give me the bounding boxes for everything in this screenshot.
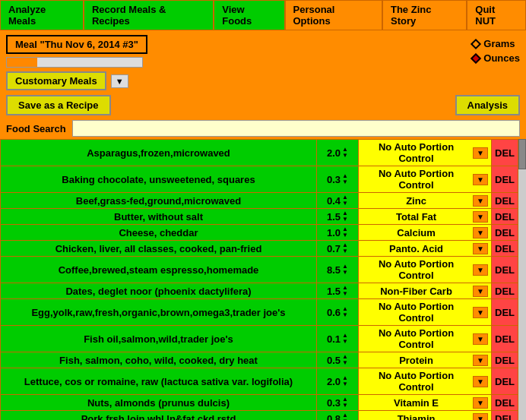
delete-button[interactable]: DEL xyxy=(492,166,518,193)
portion-control-dropdown[interactable]: No Auto Portion Control ▼ xyxy=(359,140,492,166)
portion-control-dropdown[interactable]: No Auto Portion Control ▼ xyxy=(359,166,492,193)
food-quantity[interactable]: 0.1 ▲ ▼ xyxy=(317,326,359,352)
food-quantity[interactable]: 0.3 ▲ ▼ xyxy=(317,166,359,193)
delete-button[interactable]: DEL xyxy=(492,257,518,283)
food-name: Chicken, liver, all classes, cooked, pan… xyxy=(1,241,317,257)
portion-control-dropdown[interactable]: Panto. Acid ▼ xyxy=(359,241,492,257)
control-dropdown-arrow[interactable]: ▼ xyxy=(473,174,488,185)
grams-option[interactable]: Grams xyxy=(472,38,520,49)
food-quantity[interactable]: 1.5 ▲ ▼ xyxy=(317,283,359,299)
ounces-option[interactable]: Ounces xyxy=(472,52,520,64)
table-row: Dates, deglet noor (phoenix dactylifera)… xyxy=(1,283,518,299)
table-row: Beef,grass-fed,ground,microwaved 0.4 ▲ ▼… xyxy=(1,193,518,209)
food-search-label: Food Search xyxy=(6,123,66,134)
control-dropdown-arrow[interactable]: ▼ xyxy=(473,333,488,345)
food-name: Beef,grass-fed,ground,microwaved xyxy=(1,193,317,209)
food-name: Cheese, cheddar xyxy=(1,225,317,241)
customary-meals-button[interactable]: Customary Meals xyxy=(6,71,106,90)
delete-button[interactable]: DEL xyxy=(492,352,518,368)
food-name: Baking chocolate, unsweetened, squares xyxy=(1,166,317,193)
food-name: Egg,yolk,raw,fresh,organic,brown,omega3,… xyxy=(1,299,317,326)
food-name: Coffee,brewed,steam espresso,homemade xyxy=(1,257,317,283)
food-quantity[interactable]: 0.3 ▲ ▼ xyxy=(317,395,359,411)
control-dropdown-arrow[interactable]: ▼ xyxy=(473,413,488,421)
delete-button[interactable]: DEL xyxy=(492,326,518,352)
table-row: Cheese, cheddar 1.0 ▲ ▼ Calcium ▼ DEL xyxy=(1,225,518,241)
scrollbar-thumb[interactable] xyxy=(518,139,526,169)
portion-control-dropdown[interactable]: Thiamin ▼ xyxy=(359,411,492,421)
grams-diamond-icon xyxy=(471,38,481,49)
food-quantity[interactable]: 0.6 ▲ ▼ xyxy=(317,299,359,326)
tab-quit-nut[interactable]: Quit NUT xyxy=(467,0,526,30)
portion-control-dropdown[interactable]: Vitamin E ▼ xyxy=(359,395,492,411)
tab-personal-options[interactable]: Personal Options xyxy=(285,0,382,30)
grams-label: Grams xyxy=(483,38,515,49)
food-quantity[interactable]: 8.5 ▲ ▼ xyxy=(317,257,359,283)
tab-zinc-story[interactable]: The Zinc Story xyxy=(382,0,467,30)
delete-button[interactable]: DEL xyxy=(492,225,518,241)
control-dropdown-arrow[interactable]: ▼ xyxy=(473,397,488,409)
table-row: Chicken, liver, all classes, cooked, pan… xyxy=(1,241,518,257)
portion-control-dropdown[interactable]: No Auto Portion Control ▼ xyxy=(359,257,492,283)
portion-control-dropdown[interactable]: Non-Fiber Carb ▼ xyxy=(359,283,492,299)
delete-button[interactable]: DEL xyxy=(492,395,518,411)
scrollbar[interactable] xyxy=(518,139,526,420)
table-row: Asparagus,frozen,microwaved 2.0 ▲ ▼ No A… xyxy=(1,140,518,166)
tab-view-foods[interactable]: View Foods xyxy=(214,0,284,30)
table-row: Pork,frsh,loin,whl,ln&fat,ckd,rstd 0.8 ▲… xyxy=(1,411,518,421)
food-quantity[interactable]: 0.8 ▲ ▼ xyxy=(317,411,359,421)
food-quantity[interactable]: 1.0 ▲ ▼ xyxy=(317,225,359,241)
table-row: Coffee,brewed,steam espresso,homemade 8.… xyxy=(1,257,518,283)
portion-control-dropdown[interactable]: Total Fat ▼ xyxy=(359,209,492,225)
food-name: Nuts, almonds (prunus dulcis) xyxy=(1,395,317,411)
table-row: Butter, without salt 1.5 ▲ ▼ Total Fat ▼… xyxy=(1,209,518,225)
delete-button[interactable]: DEL xyxy=(492,193,518,209)
portion-control-dropdown[interactable]: No Auto Portion Control ▼ xyxy=(359,368,492,395)
tab-analyze-meals[interactable]: Analyze Meals xyxy=(0,0,84,30)
portion-control-dropdown[interactable]: Zinc ▼ xyxy=(359,193,492,209)
food-quantity[interactable]: 0.4 ▲ ▼ xyxy=(317,193,359,209)
delete-button[interactable]: DEL xyxy=(492,411,518,421)
control-dropdown-arrow[interactable]: ▼ xyxy=(473,264,488,276)
food-search-input[interactable] xyxy=(72,120,520,137)
control-dropdown-arrow[interactable]: ▼ xyxy=(473,355,488,366)
tab-record-meals[interactable]: Record Meals & Recipes xyxy=(84,0,214,30)
table-row: Lettuce, cos or romaine, raw (lactuca sa… xyxy=(1,368,518,395)
delete-button[interactable]: DEL xyxy=(492,241,518,257)
delete-button[interactable]: DEL xyxy=(492,368,518,395)
control-dropdown-arrow[interactable]: ▼ xyxy=(473,307,488,318)
food-name: Asparagus,frozen,microwaved xyxy=(1,140,317,166)
food-quantity[interactable]: 0.5 ▲ ▼ xyxy=(317,352,359,368)
save-as-recipe-button[interactable]: Save as a Recipe xyxy=(6,95,111,115)
control-dropdown-arrow[interactable]: ▼ xyxy=(473,286,488,297)
control-dropdown-arrow[interactable]: ▼ xyxy=(473,211,488,223)
control-dropdown-arrow[interactable]: ▼ xyxy=(473,195,488,207)
control-dropdown-arrow[interactable]: ▼ xyxy=(473,147,488,159)
delete-button[interactable]: DEL xyxy=(492,283,518,299)
food-quantity[interactable]: 2.0 ▲ ▼ xyxy=(317,140,359,166)
control-dropdown-arrow[interactable]: ▼ xyxy=(473,376,488,387)
ounces-label: Ounces xyxy=(483,52,520,64)
food-quantity[interactable]: 2.0 ▲ ▼ xyxy=(317,368,359,395)
delete-button[interactable]: DEL xyxy=(492,299,518,326)
food-name: Butter, without salt xyxy=(1,209,317,225)
portion-control-dropdown[interactable]: No Auto Portion Control ▼ xyxy=(359,326,492,352)
delete-button[interactable]: DEL xyxy=(492,209,518,225)
customary-dropdown-arrow[interactable]: ▼ xyxy=(111,74,128,88)
meal-label: Meal "Thu Nov 6, 2014 #3" xyxy=(6,35,147,54)
table-row: Fish oil,salmon,wild,trader joe's 0.1 ▲ … xyxy=(1,326,518,352)
portion-control-dropdown[interactable]: Protein ▼ xyxy=(359,352,492,368)
portion-control-dropdown[interactable]: Calcium ▼ xyxy=(359,225,492,241)
food-quantity[interactable]: 0.7 ▲ ▼ xyxy=(317,241,359,257)
portion-control-dropdown[interactable]: No Auto Portion Control ▼ xyxy=(359,299,492,326)
control-dropdown-arrow[interactable]: ▼ xyxy=(473,243,488,254)
food-quantity[interactable]: 1.5 ▲ ▼ xyxy=(317,209,359,225)
control-dropdown-arrow[interactable]: ▼ xyxy=(473,227,488,238)
food-name: Fish oil,salmon,wild,trader joe's xyxy=(1,326,317,352)
delete-button[interactable]: DEL xyxy=(492,140,518,166)
food-table: Asparagus,frozen,microwaved 2.0 ▲ ▼ No A… xyxy=(0,139,518,420)
table-row: Fish, salmon, coho, wild, cooked, dry he… xyxy=(1,352,518,368)
ounces-diamond-icon xyxy=(471,52,481,63)
table-row: Nuts, almonds (prunus dulcis) 0.3 ▲ ▼ Vi… xyxy=(1,395,518,411)
analysis-button[interactable]: Analysis xyxy=(455,95,520,115)
